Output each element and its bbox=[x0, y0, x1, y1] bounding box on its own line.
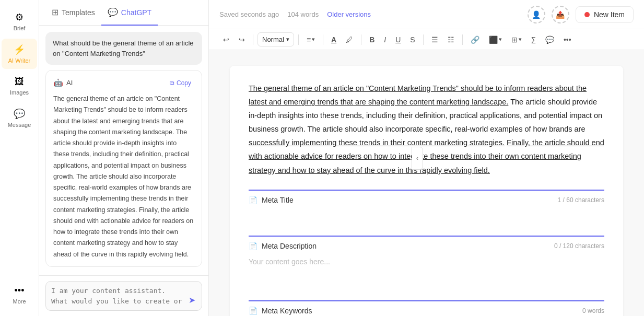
collapse-panel-button[interactable]: ‹ bbox=[412, 147, 423, 170]
sidebar: ⚙ Brief ⚡ AI Writer 🖼 Images 💬 Message •… bbox=[0, 0, 39, 316]
chat-icon: 💬 bbox=[108, 7, 118, 17]
redo-icon: ↪ bbox=[239, 36, 245, 44]
image-chevron-icon: ▾ bbox=[499, 36, 502, 43]
tab-chatgpt-label: ChatGPT bbox=[121, 8, 151, 17]
formula-icon: ∑ bbox=[531, 36, 536, 43]
ordered-list-icon: ☷ bbox=[448, 36, 454, 44]
sidebar-item-images-label: Images bbox=[10, 89, 29, 96]
bold-button[interactable]: B bbox=[366, 33, 378, 46]
link-button[interactable]: 🔗 bbox=[467, 33, 483, 46]
ai-label-text: AI bbox=[66, 78, 73, 89]
ai-response-text: The general theme of an article on "Cont… bbox=[53, 95, 193, 258]
table-button[interactable]: ⊞ ▾ bbox=[508, 33, 525, 46]
meta-description-section: 📄 Meta Description 0 / 120 characters bbox=[249, 236, 604, 288]
add-person-icon: 👤 bbox=[532, 10, 541, 19]
editor-header: Saved seconds ago 104 words Older versio… bbox=[209, 0, 644, 29]
sidebar-item-more-label: More bbox=[13, 298, 26, 305]
meta-title-header: 📄 Meta Title 1 / 60 characters bbox=[249, 196, 604, 204]
tab-templates-label: Templates bbox=[62, 8, 95, 17]
message-icon: 💬 bbox=[14, 108, 25, 120]
meta-keywords-icon: 📄 bbox=[249, 307, 257, 315]
toolbar-separator-2 bbox=[298, 34, 299, 45]
templates-icon: ⊞ bbox=[52, 7, 58, 17]
sidebar-item-brief[interactable]: ⚙ Brief bbox=[2, 6, 37, 37]
undo-button[interactable]: ↩ bbox=[219, 33, 233, 46]
table-icon: ⊞ bbox=[511, 36, 518, 44]
meta-description-input[interactable] bbox=[249, 254, 604, 286]
bullet-list-button[interactable]: ☰ bbox=[428, 33, 442, 46]
meta-keywords-header: 📄 Meta Keywords 0 words bbox=[249, 307, 604, 315]
align-icon: ≡ bbox=[307, 36, 311, 44]
editor-toolbar: ↩ ↪ Normal ▾ ≡ ▾ A 🖊 B I U bbox=[209, 29, 644, 50]
share-icon: 📤 bbox=[556, 10, 565, 19]
sidebar-item-message[interactable]: 💬 Message bbox=[2, 103, 37, 133]
sidebar-item-message-label: Message bbox=[8, 122, 31, 128]
editor-content: The general theme of an article on "Cont… bbox=[230, 66, 623, 316]
meta-keywords-section: 📄 Meta Keywords 0 words bbox=[249, 300, 604, 316]
meta-title-count: 1 / 60 characters bbox=[558, 196, 604, 204]
tab-templates[interactable]: ⊞ Templates bbox=[45, 0, 101, 26]
formula-button[interactable]: ∑ bbox=[528, 33, 540, 46]
paragraph-text: The article should provide in-depth insi… bbox=[249, 98, 604, 174]
sidebar-item-images[interactable]: 🖼 Images bbox=[2, 71, 37, 101]
sidebar-item-more[interactable]: ••• More bbox=[2, 280, 37, 310]
toolbar-separator-6 bbox=[462, 34, 463, 45]
meta-description-count: 0 / 120 characters bbox=[554, 242, 604, 250]
chat-input[interactable] bbox=[51, 286, 183, 306]
editor-area: Saved seconds ago 104 words Older versio… bbox=[209, 0, 644, 316]
share-button[interactable]: 📤 bbox=[552, 6, 569, 24]
text-color-button[interactable]: A bbox=[327, 33, 340, 46]
header-left: Saved seconds ago 104 words Older versio… bbox=[219, 10, 371, 18]
copy-icon: ⧉ bbox=[170, 79, 174, 87]
format-dropdown[interactable]: Normal ▾ bbox=[257, 32, 294, 46]
add-collaborator-button[interactable]: 👤 bbox=[528, 6, 545, 24]
toolbar-separator-1 bbox=[253, 34, 253, 45]
more-options-button[interactable]: ••• bbox=[560, 33, 575, 46]
toolbar-separator-5 bbox=[423, 34, 424, 45]
underline-button[interactable]: U bbox=[392, 33, 404, 46]
meta-title-row: 📄 Meta Title bbox=[249, 196, 294, 204]
highlight-button[interactable]: 🖊 bbox=[342, 33, 357, 46]
italic-button[interactable]: I bbox=[380, 33, 390, 46]
more-options-icon: ••• bbox=[564, 36, 571, 44]
tab-chatgpt[interactable]: 💬 ChatGPT bbox=[101, 0, 158, 26]
saved-status: Saved seconds ago bbox=[219, 10, 279, 18]
ai-robot-icon: 🤖 bbox=[53, 77, 63, 89]
toolbar-separator-3 bbox=[323, 34, 323, 45]
link-icon: 🔗 bbox=[471, 36, 479, 44]
ai-message-header: 🤖 AI ⧉ Copy bbox=[53, 77, 194, 89]
bold-icon: B bbox=[369, 36, 374, 44]
sidebar-item-ai-writer[interactable]: ⚡ AI Writer bbox=[2, 39, 37, 69]
redo-button[interactable]: ↪ bbox=[235, 33, 249, 46]
text-color-icon: A bbox=[331, 36, 336, 44]
user-message-text: What should be the general theme of an a… bbox=[53, 39, 194, 57]
meta-keywords-count: 0 words bbox=[582, 307, 604, 314]
comment-icon: 💬 bbox=[545, 36, 554, 44]
new-item-button[interactable]: New Item bbox=[576, 6, 634, 23]
new-item-label: New Item bbox=[594, 10, 625, 19]
meta-description-header: 📄 Meta Description 0 / 120 characters bbox=[249, 242, 604, 250]
strikethrough-button[interactable]: S bbox=[406, 33, 418, 46]
image-insert-button[interactable]: ⬛ ▾ bbox=[485, 33, 506, 46]
underline-icon: U bbox=[395, 36, 401, 44]
copy-label: Copy bbox=[177, 79, 191, 87]
sidebar-item-ai-writer-label: AI Writer bbox=[8, 57, 31, 64]
undo-icon: ↩ bbox=[223, 36, 229, 44]
chat-input-area: ➤ bbox=[39, 275, 208, 316]
copy-button[interactable]: ⧉ Copy bbox=[167, 77, 194, 89]
meta-title-input[interactable] bbox=[249, 208, 604, 223]
meta-description-icon: 📄 bbox=[249, 242, 257, 250]
align-button[interactable]: ≡ ▾ bbox=[303, 33, 319, 46]
editor-body: The general theme of an article on "Cont… bbox=[209, 50, 644, 316]
meta-title-section: 📄 Meta Title 1 / 60 characters bbox=[249, 190, 604, 223]
ai-label: 🤖 AI bbox=[53, 77, 73, 89]
ordered-list-button[interactable]: ☷ bbox=[444, 33, 458, 46]
strikethrough-icon: S bbox=[410, 36, 415, 44]
older-versions-link[interactable]: Older versions bbox=[327, 10, 371, 18]
chat-input-wrapper: ➤ bbox=[45, 281, 202, 311]
comment-button[interactable]: 💬 bbox=[542, 33, 558, 46]
send-button[interactable]: ➤ bbox=[188, 294, 196, 306]
panel-content: What should be the general theme of an a… bbox=[39, 26, 208, 275]
word-count: 104 words bbox=[287, 10, 319, 18]
editor-paragraph[interactable]: The general theme of an article on "Cont… bbox=[249, 81, 604, 177]
